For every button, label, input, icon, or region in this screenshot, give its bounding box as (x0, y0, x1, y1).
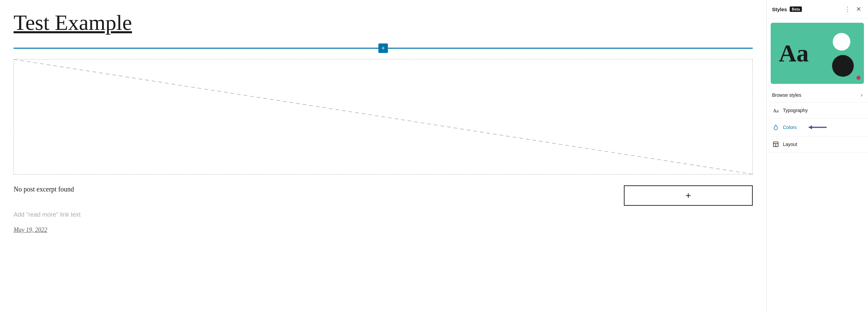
sidebar-title: Styles (772, 6, 787, 12)
sidebar-header: Styles Beta ⋮ ✕ (767, 0, 868, 19)
layout-icon (772, 141, 780, 148)
preview-aa-text: Aa (779, 39, 809, 68)
sidebar-body: Browse styles › Aa Typography Colors (767, 88, 868, 311)
add-block-inline-button[interactable]: + (378, 43, 388, 53)
page-title: Test Example (14, 11, 753, 35)
colors-icon (772, 124, 780, 131)
main-content: Test Example + + No post excerpt found A… (0, 0, 766, 311)
preview-dot-pink (856, 76, 861, 80)
typography-icon: Aa (772, 107, 780, 114)
more-options-button[interactable]: ⋮ (843, 4, 852, 14)
block-separator: + (14, 43, 753, 54)
close-sidebar-button[interactable]: ✕ (855, 4, 863, 14)
typography-section-item[interactable]: Aa Typography (767, 103, 868, 118)
sidebar-title-group: Styles Beta (772, 6, 802, 12)
sidebar-actions: ⋮ ✕ (843, 4, 863, 14)
preview-circle-dark (832, 55, 854, 77)
svg-text:Aa: Aa (773, 108, 779, 113)
layout-label: Layout (783, 142, 797, 147)
post-row: + No post excerpt found (14, 185, 753, 211)
style-preview-thumbnail: Aa (771, 23, 864, 84)
colors-label: Colors (783, 125, 796, 130)
sidebar-panel: Styles Beta ⋮ ✕ Aa Browse styles › Aa Ty… (766, 0, 868, 311)
svg-line-0 (14, 59, 752, 174)
browse-styles-label: Browse styles (772, 92, 801, 98)
typography-label: Typography (783, 108, 808, 113)
post-date: May 19, 2022 (14, 226, 753, 234)
purple-arrow-annotation (805, 123, 828, 132)
add-block-large-button[interactable]: + (624, 185, 753, 206)
read-more-text: Add "read more" link text (14, 211, 753, 218)
svg-marker-3 (809, 125, 812, 129)
colors-section-item[interactable]: Colors (767, 118, 868, 136)
preview-circle-white (833, 33, 850, 51)
image-placeholder (14, 59, 753, 175)
browse-styles-row[interactable]: Browse styles › (767, 88, 868, 103)
chevron-right-icon: › (861, 92, 863, 98)
layout-section-item[interactable]: Layout (767, 136, 868, 152)
beta-badge: Beta (790, 6, 802, 12)
